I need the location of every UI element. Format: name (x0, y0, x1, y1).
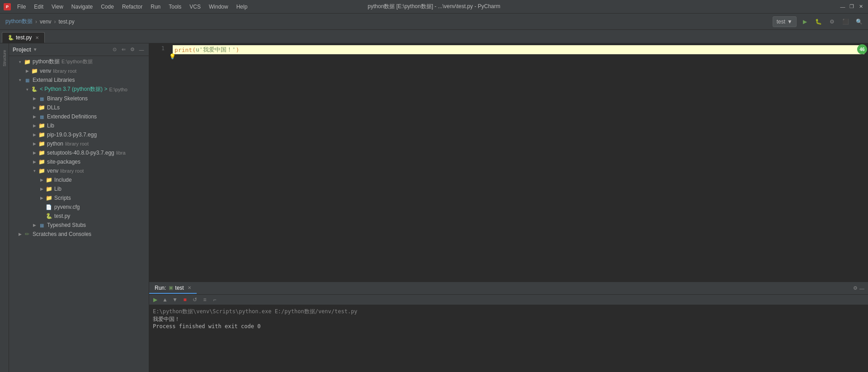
menu-file[interactable]: File (14, 3, 29, 11)
tree-include[interactable]: ▶ 📁 Include (9, 175, 149, 184)
typeshed-stubs-label: Typeshed Stubs (47, 222, 86, 228)
tree-extended-defs[interactable]: ▶ ▦ Extended Definitions (9, 112, 149, 121)
maximize-button[interactable]: ❐ (848, 3, 855, 10)
project-panel: Project ▼ ⊙ ⇐ ⚙ — ▾ 📁 python数据 E:\python… (9, 43, 149, 372)
tree-dlls[interactable]: ▶ 📁 DLLs (9, 103, 149, 112)
tree-lib-venv[interactable]: ▶ 📁 Lib (9, 184, 149, 193)
tree-scripts[interactable]: ▶ 📁 Scripts (9, 193, 149, 202)
menu-run[interactable]: Run (147, 3, 164, 11)
tree-venv-root[interactable]: ▶ 📁 venv library root (9, 66, 149, 75)
tree-binary-skeletons[interactable]: ▶ ▦ Binary Skeletons (9, 94, 149, 103)
tree-arrow-pip: ▶ (31, 132, 38, 137)
tree-scratches[interactable]: ▶ ✏ Scratches and Consoles (9, 230, 149, 239)
tree-python-libroot[interactable]: ▶ 📁 python library root (9, 139, 149, 148)
locate-file-button[interactable]: ⊙ (111, 46, 118, 53)
menu-edit[interactable]: Edit (30, 3, 47, 11)
tree-root-project[interactable]: ▾ 📁 python数据 E:\python数据 (9, 57, 149, 66)
menu-navigate[interactable]: Navigate (68, 3, 96, 11)
project-name-label: python数据 (33, 58, 60, 66)
python-libroot-label: python (47, 141, 63, 147)
main-area: Structure Project ▼ ⊙ ⇐ ⚙ — ▾ 📁 python数据… (0, 43, 868, 372)
python37-icon: 🐍 (31, 86, 38, 93)
run-config-dropdown[interactable]: test ▼ (773, 16, 797, 27)
tree-arrow-lib: ▶ (31, 123, 38, 128)
panel-hide-button[interactable]: — (138, 46, 145, 53)
minimize-button[interactable]: — (839, 3, 846, 10)
panel-title-label: Project (13, 47, 31, 53)
run-panel-rerun-button[interactable]: ↺ (191, 296, 199, 304)
panel-tools: ⊙ ⇐ ⚙ — (111, 46, 145, 53)
dlls-label: DLLs (47, 104, 60, 111)
tree-arrow-scratches: ▶ (16, 232, 24, 236)
tree-arrow-venv-libroot: ▾ (31, 169, 38, 173)
run-config-dropdown-icon: ▼ (787, 19, 793, 25)
tree-pyvenv-cfg[interactable]: ▶ 📄 pyvenv.cfg (9, 202, 149, 212)
include-label: Include (54, 177, 72, 183)
setuptools-label: setuptools-40.8.0-py3.7.egg (47, 150, 114, 156)
menu-refactor[interactable]: Refactor (118, 3, 146, 11)
tree-arrow-lib-venv: ▶ (38, 187, 45, 191)
scripts-label: Scripts (54, 195, 71, 201)
window-title: python数据 [E:\python数据] - ...\venv\test.p… (368, 3, 500, 10)
menu-vcs[interactable]: VCS (186, 3, 204, 11)
dlls-icon: 📁 (38, 104, 45, 111)
intention-bulb-icon[interactable]: 💡 (169, 53, 176, 60)
panel-settings-button[interactable]: ⚙ (129, 46, 136, 53)
tree-python37[interactable]: ▾ 🐍 < Python 3.7 (python数据) > E:\pytho (9, 85, 149, 94)
structure-button[interactable]: Structure (0, 54, 9, 62)
code-print-keyword: print (175, 47, 192, 53)
stop-button[interactable]: ⬛ (840, 16, 851, 27)
lib-label: Lib (47, 122, 54, 129)
tree-test-py[interactable]: ▶ 🐍 test.py (9, 212, 149, 221)
tree-typeshed-stubs[interactable]: ▶ ▦ Typeshed Stubs (9, 221, 149, 230)
tree-arrow-include: ▶ (38, 178, 45, 182)
panel-dropdown-icon[interactable]: ▼ (33, 47, 38, 52)
menu-help[interactable]: Help (233, 3, 251, 11)
editor-area[interactable]: 1 print(u'我爱中国！') 💡 46 (149, 43, 868, 282)
bottom-settings-button[interactable]: ⚙ (853, 285, 858, 291)
tree-lib[interactable]: ▶ 📁 Lib (9, 121, 149, 130)
tree-arrow-site-packages: ▶ (31, 160, 38, 164)
tree-arrow-scripts: ▶ (38, 196, 45, 200)
tree-arrow-dlls: ▶ (31, 105, 38, 110)
menu-code[interactable]: Code (97, 3, 118, 11)
run-tab-close[interactable]: ✕ (188, 285, 191, 290)
project-tree: ▾ 📁 python数据 E:\python数据 ▶ 📁 venv librar… (9, 56, 149, 372)
bottom-panel: Run: ▣ test ✕ ⚙ — ▶ ▲ ▼ ■ ↺ ≡ ⌐ (149, 282, 868, 372)
coverage-button[interactable]: ⚙ (826, 16, 837, 27)
debug-button[interactable]: 🐛 (813, 16, 824, 27)
tree-venv-libroot[interactable]: ▾ 📁 venv library root (9, 166, 149, 175)
tree-site-packages[interactable]: ▶ 📁 site-packages (9, 157, 149, 166)
tree-setuptools[interactable]: ▶ 📁 setuptools-40.8.0-py3.7.egg libra (9, 148, 149, 157)
close-button[interactable]: ✕ (857, 3, 864, 10)
tree-pip[interactable]: ▶ 📁 pip-19.0.3-py3.7.egg (9, 130, 149, 139)
tab-py-icon: 🐍 (8, 35, 14, 41)
tree-arrow-binary-skeletons: ▶ (31, 96, 38, 101)
run-panel-wrap-button[interactable]: ⌐ (211, 296, 219, 304)
tab-close-button[interactable]: ✕ (35, 35, 39, 40)
run-button[interactable]: ▶ (799, 16, 810, 27)
run-panel-filter-button[interactable]: ≡ (201, 296, 209, 304)
tab-test-py[interactable]: 🐍 test.py ✕ (2, 32, 45, 43)
bottom-close-panel-button[interactable]: — (859, 286, 864, 291)
run-panel-up-button[interactable]: ▲ (161, 296, 169, 304)
tree-arrow-ext-libs: ▾ (16, 78, 24, 82)
run-panel-stop-button[interactable]: ■ (181, 296, 189, 304)
run-panel-down-button[interactable]: ▼ (171, 296, 179, 304)
test-py-label: test.py (54, 213, 70, 219)
tree-external-libraries[interactable]: ▾ ▦ External Libraries (9, 75, 149, 85)
menu-tools[interactable]: Tools (165, 3, 185, 11)
python37-path: E:\pytho (109, 87, 127, 92)
search-everywhere-button[interactable]: 🔍 (854, 16, 864, 27)
breadcrumb-sep2: › (54, 19, 56, 25)
menu-window[interactable]: Window (205, 3, 232, 11)
collapse-all-button[interactable]: ⇐ (120, 46, 127, 53)
ext-libs-icon: ▦ (24, 76, 31, 84)
site-packages-icon: 📁 (38, 158, 45, 165)
code-area[interactable]: print(u'我爱中国！') (169, 43, 868, 282)
menu-view[interactable]: View (48, 3, 67, 11)
panel-header: Project ▼ ⊙ ⇐ ⚙ — (9, 43, 149, 56)
activity-bar: Structure (0, 43, 9, 372)
breadcrumb-project: python数据 (5, 18, 33, 25)
run-panel-run-button[interactable]: ▶ (151, 296, 159, 304)
